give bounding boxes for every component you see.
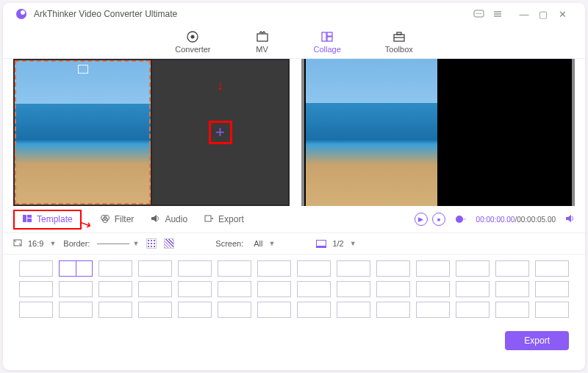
tab-label: Audio <box>165 214 187 224</box>
tab-audio[interactable]: Audio <box>143 211 195 228</box>
svg-rect-18 <box>27 219 32 222</box>
border-pattern-dots[interactable] <box>146 238 157 249</box>
collage-icon <box>320 30 334 43</box>
feedback-icon[interactable] <box>469 7 488 21</box>
template-item[interactable] <box>416 260 450 277</box>
template-item[interactable] <box>416 302 450 318</box>
template-item[interactable] <box>535 260 569 277</box>
close-button[interactable]: ✕ <box>553 7 572 21</box>
template-item[interactable] <box>337 281 370 297</box>
template-item[interactable] <box>218 302 251 318</box>
filter-icon <box>100 214 110 225</box>
template-item[interactable] <box>337 260 370 277</box>
nav-label: Toolbox <box>385 45 413 54</box>
template-item[interactable] <box>456 281 490 297</box>
template-item[interactable] <box>416 281 450 297</box>
template-item[interactable] <box>535 302 569 318</box>
aspect-icon <box>13 239 22 248</box>
template-item[interactable] <box>98 281 132 297</box>
nav-mv[interactable]: MV <box>255 30 270 54</box>
template-item[interactable] <box>138 260 172 277</box>
template-item[interactable] <box>178 302 212 318</box>
tab-export[interactable]: Export <box>196 211 251 228</box>
screen-value: All <box>251 238 265 249</box>
border-style-select[interactable]: ▼ <box>97 240 139 247</box>
add-media-icon[interactable]: + <box>215 123 225 142</box>
template-item[interactable] <box>19 260 53 277</box>
minimize-button[interactable]: — <box>514 7 534 21</box>
template-item[interactable] <box>257 281 291 297</box>
collage-slot-2[interactable]: ↓ + <box>152 60 288 205</box>
nav-label: Converter <box>175 45 210 54</box>
template-item[interactable] <box>218 260 251 277</box>
tab-filter[interactable]: Filter <box>93 211 142 228</box>
split-value: 1/2 <box>329 238 346 249</box>
menu-icon[interactable] <box>488 7 507 21</box>
maximize-button[interactable]: ▢ <box>534 7 553 21</box>
stop-button[interactable]: ■ <box>432 213 445 226</box>
template-item[interactable] <box>59 260 93 277</box>
template-item[interactable] <box>178 260 212 277</box>
aspect-ratio-select[interactable]: 16:9 ▼ <box>13 238 56 249</box>
app-logo-icon <box>16 9 26 19</box>
template-item[interactable] <box>178 281 212 297</box>
template-item[interactable] <box>495 302 529 318</box>
template-item[interactable] <box>138 302 172 318</box>
template-item[interactable] <box>257 260 291 277</box>
template-item[interactable] <box>456 260 490 277</box>
svg-rect-14 <box>397 32 401 35</box>
mv-icon <box>255 30 270 43</box>
play-button[interactable]: ▶ <box>415 213 428 226</box>
svg-rect-17 <box>27 215 32 218</box>
seek-handle[interactable] <box>456 216 463 223</box>
volume-icon[interactable] <box>564 213 575 225</box>
preview-slot-1 <box>306 59 437 206</box>
nav-collage[interactable]: Collage <box>314 30 341 54</box>
svg-point-2 <box>478 13 479 14</box>
collage-slot-1[interactable] <box>15 60 151 205</box>
template-item[interactable] <box>218 281 251 297</box>
time-duration: 00:00:05.00 <box>517 216 556 224</box>
template-item[interactable] <box>138 281 172 297</box>
template-item[interactable] <box>535 281 569 297</box>
preview-slot-2 <box>439 59 570 206</box>
border-label: Border: <box>63 239 90 248</box>
toolbox-icon <box>392 30 406 43</box>
annotation-arrow-icon: ↓ <box>217 77 224 93</box>
template-item[interactable] <box>456 302 490 318</box>
nav-label: MV <box>256 45 268 54</box>
template-item[interactable] <box>297 260 331 277</box>
preview-pane <box>301 59 575 206</box>
svg-rect-12 <box>327 37 332 41</box>
template-item[interactable] <box>19 302 53 318</box>
chevron-down-icon: ▼ <box>49 240 56 247</box>
template-item[interactable] <box>59 302 93 318</box>
template-item[interactable] <box>376 302 410 318</box>
template-item[interactable] <box>297 302 331 318</box>
export-button[interactable]: Export <box>505 331 569 350</box>
tab-template[interactable]: Template <box>13 210 82 230</box>
app-window: ArkThinker Video Converter Ultimate — ▢ … <box>3 3 585 370</box>
template-item[interactable] <box>376 281 410 297</box>
seek-bar[interactable] <box>456 219 466 220</box>
template-item[interactable] <box>98 302 132 318</box>
template-item[interactable] <box>337 302 370 318</box>
template-item[interactable] <box>98 260 132 277</box>
chevron-down-icon: ▼ <box>269 240 276 247</box>
border-pattern-hatch[interactable] <box>164 238 174 249</box>
template-icon <box>22 214 32 225</box>
split-select[interactable]: 1/2 ▼ <box>316 238 356 249</box>
template-item[interactable] <box>495 281 529 297</box>
template-item[interactable] <box>297 281 331 297</box>
template-item[interactable] <box>257 302 291 318</box>
nav-converter[interactable]: Converter <box>175 30 210 54</box>
screen-select[interactable]: All ▼ <box>251 238 275 249</box>
template-item[interactable] <box>376 260 410 277</box>
monitor-icon <box>316 240 326 248</box>
template-item[interactable] <box>495 260 529 277</box>
template-item[interactable] <box>59 281 93 297</box>
media-thumbnail <box>15 60 151 205</box>
aspect-value: 16:9 <box>25 238 46 249</box>
template-item[interactable] <box>19 281 53 297</box>
nav-toolbox[interactable]: Toolbox <box>385 30 413 54</box>
